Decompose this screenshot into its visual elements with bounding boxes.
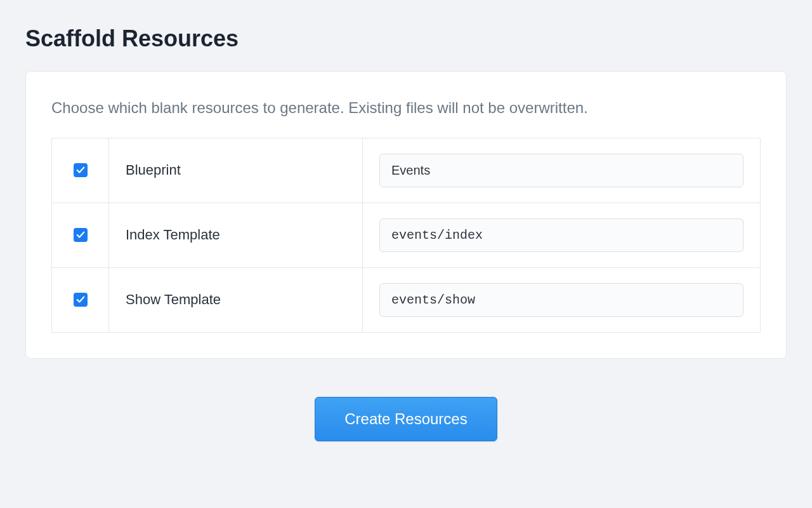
scaffold-card: Choose which blank resources to generate… bbox=[25, 71, 787, 359]
check-icon bbox=[76, 295, 85, 304]
table-row: Index Template bbox=[52, 203, 761, 267]
checkbox-cell bbox=[52, 267, 109, 332]
input-cell bbox=[363, 138, 761, 203]
index-template-input[interactable] bbox=[379, 218, 743, 252]
index-template-checkbox[interactable] bbox=[74, 228, 88, 242]
create-resources-button[interactable]: Create Resources bbox=[315, 397, 497, 441]
table-row: Blueprint bbox=[52, 138, 761, 203]
table-row: Show Template bbox=[52, 267, 761, 332]
show-template-input[interactable] bbox=[379, 283, 743, 317]
card-description: Choose which blank resources to generate… bbox=[51, 97, 761, 119]
button-row: Create Resources bbox=[25, 397, 787, 441]
index-template-label: Index Template bbox=[109, 203, 363, 267]
input-cell bbox=[363, 203, 761, 267]
page-title: Scaffold Resources bbox=[25, 25, 787, 52]
show-template-label: Show Template bbox=[109, 267, 363, 332]
checkbox-cell bbox=[52, 203, 109, 267]
check-icon bbox=[76, 231, 85, 239]
checkbox-cell bbox=[52, 138, 109, 203]
input-cell bbox=[363, 267, 761, 332]
blueprint-input[interactable] bbox=[379, 154, 743, 187]
resource-table: Blueprint Index Template bbox=[51, 138, 761, 333]
blueprint-label: Blueprint bbox=[109, 138, 363, 203]
blueprint-checkbox[interactable] bbox=[74, 163, 88, 177]
show-template-checkbox[interactable] bbox=[74, 293, 88, 307]
check-icon bbox=[76, 166, 85, 175]
